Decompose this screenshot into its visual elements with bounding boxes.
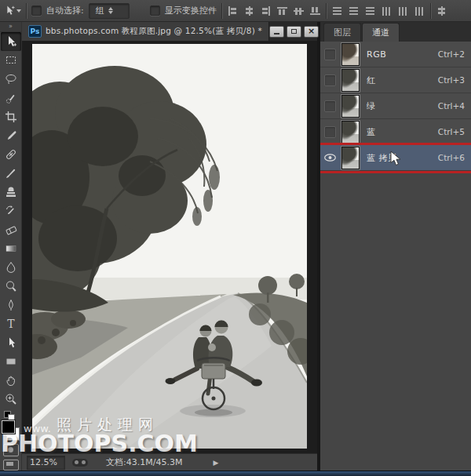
pen-icon <box>5 299 17 311</box>
panel-tabs: 图层 通道 <box>320 22 471 42</box>
auto-select-target-value: 组 <box>96 5 104 16</box>
dodge-tool[interactable] <box>1 277 21 296</box>
align-bottom-edges-icon[interactable] <box>309 5 321 16</box>
show-transform-label: 显示变换控件 <box>165 5 217 16</box>
clone-stamp-icon <box>5 186 17 198</box>
screen-mode-button[interactable] <box>3 460 19 471</box>
channel-name: RGB <box>367 49 438 60</box>
rectangular-marquee-tool[interactable] <box>1 51 21 70</box>
maximize-icon <box>291 29 297 34</box>
window-controls: × <box>269 22 323 41</box>
type-tool[interactable]: T <box>1 314 21 333</box>
type-tool-icon: T <box>5 318 17 330</box>
channel-shortcut: Ctrl+5 <box>438 127 465 136</box>
canvas-area[interactable] <box>22 41 317 453</box>
auto-select-target-dropdown[interactable]: 组 <box>89 3 130 19</box>
crop-tool[interactable] <box>1 107 21 126</box>
taskbar-sliver <box>0 471 471 476</box>
status-flyout-arrow[interactable]: ▶ <box>213 459 218 467</box>
path-selection-icon <box>5 336 17 349</box>
zoom-tool[interactable] <box>1 390 21 409</box>
distribute-left-edges-icon[interactable] <box>381 5 392 16</box>
annotation-line-top <box>320 143 471 145</box>
distribute-horizontal-centers-icon[interactable] <box>397 5 409 16</box>
distribute-right-edges-icon[interactable] <box>414 5 425 16</box>
channel-row-red[interactable]: 红 Ctrl+3 <box>320 67 471 93</box>
channel-thumbnail <box>341 121 360 144</box>
quick-selection-tool[interactable] <box>1 89 21 107</box>
eraser-tool[interactable] <box>1 220 21 239</box>
tool-preset-caret-icon[interactable] <box>16 9 21 13</box>
eyedropper-tool[interactable] <box>1 126 21 145</box>
zoom-level-field[interactable]: 12.5% <box>27 456 65 470</box>
close-button[interactable]: × <box>304 26 319 38</box>
history-brush-tool[interactable] <box>1 202 21 220</box>
align-horizontal-centers-icon[interactable] <box>243 5 255 16</box>
channel-row-green[interactable]: 绿 Ctrl+4 <box>320 93 471 119</box>
close-icon: × <box>308 27 315 35</box>
visibility-toggle[interactable] <box>320 93 340 118</box>
pen-tool[interactable] <box>1 296 21 314</box>
show-transform-checkbox[interactable] <box>150 5 160 16</box>
rectangle-shape-tool[interactable] <box>1 352 21 371</box>
channel-thumbnail <box>341 147 360 169</box>
channels-panel: 图层 通道 RGB Ctrl+2 红 Ctrl+3 <box>320 22 471 471</box>
minimize-icon <box>274 33 279 35</box>
history-brush-icon <box>5 205 17 217</box>
channel-thumbnail <box>341 69 360 92</box>
path-selection-tool[interactable] <box>1 333 21 352</box>
visibility-toggle[interactable] <box>320 145 340 170</box>
channel-name: 蓝 <box>367 126 438 138</box>
distribute-top-edges-icon[interactable] <box>331 5 343 16</box>
minimize-button[interactable] <box>269 26 284 38</box>
blur-tool[interactable] <box>1 258 21 277</box>
collapse-toolbar-button[interactable]: » <box>0 22 21 32</box>
rectangle-shape-icon <box>5 355 17 368</box>
channel-shortcut: Ctrl+3 <box>438 75 465 85</box>
distribute-bottom-edges-icon[interactable] <box>364 5 376 16</box>
foreground-color-swatch[interactable] <box>2 420 15 434</box>
tab-channels[interactable]: 通道 <box>362 23 400 42</box>
photo-canvas[interactable] <box>32 44 307 449</box>
eye-icon <box>324 154 336 162</box>
document-area: Ps bbs.photops.com 教程原图.jpg @ 12.5%(蓝 拷贝… <box>22 22 317 471</box>
move-tool[interactable] <box>1 32 21 51</box>
document-tab[interactable]: Ps bbs.photops.com 教程原图.jpg @ 12.5%(蓝 拷贝… <box>22 22 269 41</box>
visibility-toggle[interactable] <box>320 67 340 93</box>
channel-row-blue[interactable]: 蓝 Ctrl+5 <box>320 119 471 145</box>
maximize-button[interactable] <box>287 26 301 38</box>
tab-layers[interactable]: 图层 <box>323 23 361 42</box>
clone-stamp-tool[interactable] <box>1 183 21 202</box>
separator <box>326 3 327 19</box>
gradient-tool[interactable] <box>1 239 21 258</box>
auto-select-checkbox[interactable] <box>31 5 42 16</box>
channel-shortcut: Ctrl+4 <box>438 101 465 111</box>
channel-thumbnail <box>341 43 360 66</box>
distribute-vertical-centers-icon[interactable] <box>348 5 360 16</box>
spot-healing-brush-tool[interactable] <box>1 145 21 164</box>
default-swap-colors-icon[interactable] <box>3 410 19 420</box>
hand-tool[interactable] <box>1 371 21 390</box>
channel-name: 绿 <box>367 100 438 112</box>
align-vertical-centers-icon[interactable] <box>293 5 305 16</box>
channel-row-rgb[interactable]: RGB Ctrl+2 <box>320 42 471 67</box>
zoom-magnifier-icon <box>5 393 17 405</box>
brush-icon <box>5 167 17 180</box>
dodge-icon <box>5 280 17 293</box>
separator <box>430 3 431 19</box>
auto-align-layers-icon[interactable] <box>436 5 447 16</box>
eye-well-empty <box>324 74 336 86</box>
align-right-edges-icon[interactable] <box>260 5 272 16</box>
eyedropper-icon <box>5 129 17 142</box>
dropdown-arrows-icon <box>108 7 114 14</box>
lasso-tool[interactable] <box>1 70 21 89</box>
visibility-toggle[interactable] <box>320 42 340 67</box>
document-size-info: 文档:43.1M/45.3M <box>106 456 182 468</box>
brush-tool[interactable] <box>1 164 21 183</box>
align-top-edges-icon[interactable] <box>276 5 288 16</box>
document-tabbar: Ps bbs.photops.com 教程原图.jpg @ 12.5%(蓝 拷贝… <box>22 22 317 41</box>
quick-mask-button[interactable] <box>3 444 19 456</box>
align-left-edges-icon[interactable] <box>227 5 239 16</box>
crop-icon <box>5 111 17 123</box>
visibility-toggle[interactable] <box>320 119 340 144</box>
